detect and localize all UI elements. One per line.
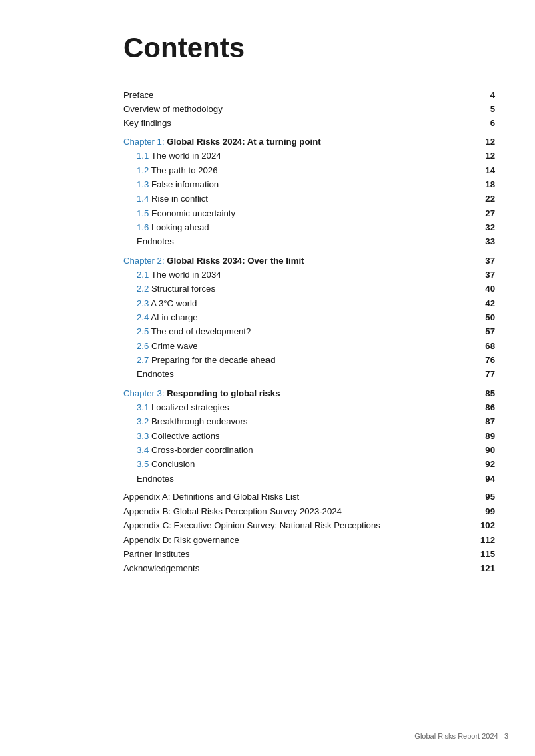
ch2-sec3-row: 2.3 A 3°C world 42 (123, 296, 495, 310)
ch3-sec5-row: 3.5 Conclusion 92 (123, 457, 495, 471)
ch1-sec1-title: 1.1 The world in 2024 (123, 149, 467, 163)
appendix-b-page: 99 (467, 504, 495, 518)
ch2-sec2-title: 2.2 Structural forces (123, 282, 467, 296)
ch2-sec1-title: 2.1 The world in 2034 (123, 268, 467, 282)
ch3-sec1-page: 86 (467, 400, 495, 414)
ch1-sec4-page: 22 (467, 192, 495, 206)
ch1-sec1-row: 1.1 The world in 2024 12 (123, 149, 495, 163)
ch3-sec5-page: 92 (467, 457, 495, 471)
toc-methodology-page: 5 (467, 102, 495, 116)
ch2-sec4-page: 50 (467, 310, 495, 324)
partner-institutes-page: 115 (467, 547, 495, 561)
toc-methodology-label: Overview of methodology (123, 102, 467, 116)
ch1-sec5-page: 27 (467, 206, 495, 220)
appendix-b-label: Appendix B: Global Risks Perception Surv… (123, 504, 467, 518)
toc-table: Preface 4 Overview of methodology 5 Key … (123, 88, 495, 576)
ch1-sec2-row: 1.2 The path to 2026 14 (123, 163, 495, 177)
footer: Global Risks Report 2024 3 (414, 732, 508, 740)
ch3-sec4-title: 3.4 Cross-border coordination (123, 443, 467, 457)
ch2-sec7-page: 76 (467, 353, 495, 367)
chapter2-page: 37 (467, 249, 495, 268)
ch3-sec2-page: 87 (467, 414, 495, 428)
ch3-sec1-title: 3.1 Localized strategies (123, 400, 467, 414)
ch3-sec4-page: 90 (467, 443, 495, 457)
chapter3-page: 85 (467, 382, 495, 400)
toc-methodology-row: Overview of methodology 5 (123, 102, 495, 116)
ch1-endnotes-page: 33 (467, 234, 495, 248)
appendix-c-page: 102 (467, 518, 495, 532)
acknowledgements-page: 121 (467, 561, 495, 575)
ch1-sec5-row: 1.5 Economic uncertainty 27 (123, 206, 495, 220)
chapter3-header-title: Chapter 3: Responding to global risks (123, 382, 467, 400)
ch2-sec4-row: 2.4 AI in charge 50 (123, 310, 495, 324)
ch1-sec1-page: 12 (467, 149, 495, 163)
ch2-sec5-row: 2.5 The end of development? 57 (123, 324, 495, 338)
acknowledgements-label: Acknowledgements (123, 561, 467, 575)
ch3-sec3-page: 89 (467, 428, 495, 442)
appendix-c-row: Appendix C: Executive Opinion Survey: Na… (123, 518, 495, 532)
ch2-sec5-page: 57 (467, 324, 495, 338)
ch2-sec1-row: 2.1 The world in 2034 37 (123, 268, 495, 282)
ch3-sec3-row: 3.3 Collective actions 89 (123, 428, 495, 442)
ch2-sec6-title: 2.6 Crime wave (123, 339, 467, 353)
ch2-sec6-row: 2.6 Crime wave 68 (123, 339, 495, 353)
chapter3-title: Responding to global risks (165, 388, 280, 398)
ch2-sec2-page: 40 (467, 282, 495, 296)
ch2-sec5-title: 2.5 The end of development? (123, 324, 467, 338)
ch3-sec1-row: 3.1 Localized strategies 86 (123, 400, 495, 414)
ch1-endnotes-row: Endnotes 33 (123, 234, 495, 248)
ch1-endnotes-label: Endnotes (123, 234, 467, 248)
ch1-sec4-row: 1.4 Rise in conflict 22 (123, 192, 495, 206)
ch1-sec5-title: 1.5 Economic uncertainty (123, 206, 467, 220)
chapter2-label: Chapter 2: (123, 256, 165, 266)
chapter1-header-title: Chapter 1: Global Risks 2024: At a turni… (123, 130, 467, 149)
left-bar (107, 0, 107, 756)
ch1-sec2-page: 14 (467, 163, 495, 177)
ch1-sec3-page: 18 (467, 177, 495, 192)
ch3-sec4-row: 3.4 Cross-border coordination 90 (123, 443, 495, 457)
ch1-sec2-title: 1.2 The path to 2026 (123, 163, 467, 177)
toc-keyfindings-label: Key findings (123, 116, 467, 130)
ch3-endnotes-label: Endnotes (123, 472, 467, 486)
ch3-sec2-title: 3.2 Breakthrough endeavors (123, 414, 467, 428)
ch2-sec7-title: 2.7 Preparing for the decade ahead (123, 353, 467, 367)
appendix-d-row: Appendix D: Risk governance 112 (123, 532, 495, 546)
chapter1-page: 12 (467, 130, 495, 149)
page: Contents Preface 4 Overview of methodolo… (0, 0, 535, 756)
toc-keyfindings-row: Key findings 6 (123, 116, 495, 130)
ch2-sec1-page: 37 (467, 268, 495, 282)
ch1-sec6-title: 1.6 Looking ahead (123, 220, 467, 234)
partner-institutes-label: Partner Institutes (123, 547, 467, 561)
ch2-sec3-page: 42 (467, 296, 495, 310)
ch2-sec2-row: 2.2 Structural forces 40 (123, 282, 495, 296)
ch2-endnotes-row: Endnotes 77 (123, 367, 495, 381)
partner-institutes-row: Partner Institutes 115 (123, 547, 495, 561)
chapter2-title: Global Risks 2034: Over the limit (165, 256, 304, 266)
ch3-endnotes-row: Endnotes 94 (123, 472, 495, 486)
page-title: Contents (123, 32, 495, 64)
chapter1-title: Global Risks 2024: At a turning point (165, 137, 321, 147)
ch1-sec6-row: 1.6 Looking ahead 32 (123, 220, 495, 234)
ch2-sec7-row: 2.7 Preparing for the decade ahead 76 (123, 353, 495, 367)
appendix-b-row: Appendix B: Global Risks Perception Surv… (123, 504, 495, 518)
ch2-endnotes-page: 77 (467, 367, 495, 381)
chapter3-label: Chapter 3: (123, 388, 165, 398)
toc-preface-row: Preface 4 (123, 88, 495, 102)
chapter2-header-row: Chapter 2: Global Risks 2034: Over the l… (123, 249, 495, 268)
ch3-sec3-title: 3.3 Collective actions (123, 428, 467, 442)
appendix-a-row: Appendix A: Definitions and Global Risks… (123, 490, 495, 504)
footer-report-title: Global Risks Report 2024 (414, 732, 498, 740)
appendix-a-label: Appendix A: Definitions and Global Risks… (123, 490, 467, 504)
ch3-sec5-title: 3.5 Conclusion (123, 457, 467, 471)
chapter3-header-row: Chapter 3: Responding to global risks 85 (123, 382, 495, 400)
chapter1-label: Chapter 1: (123, 137, 165, 147)
ch1-sec4-title: 1.4 Rise in conflict (123, 192, 467, 206)
appendix-d-page: 112 (467, 532, 495, 546)
toc-preface-page: 4 (467, 88, 495, 102)
ch2-endnotes-label: Endnotes (123, 367, 467, 381)
ch3-endnotes-page: 94 (467, 472, 495, 486)
appendix-d-label: Appendix D: Risk governance (123, 532, 467, 546)
ch1-sec6-page: 32 (467, 220, 495, 234)
ch2-sec4-title: 2.4 AI in charge (123, 310, 467, 324)
ch2-sec6-page: 68 (467, 339, 495, 353)
